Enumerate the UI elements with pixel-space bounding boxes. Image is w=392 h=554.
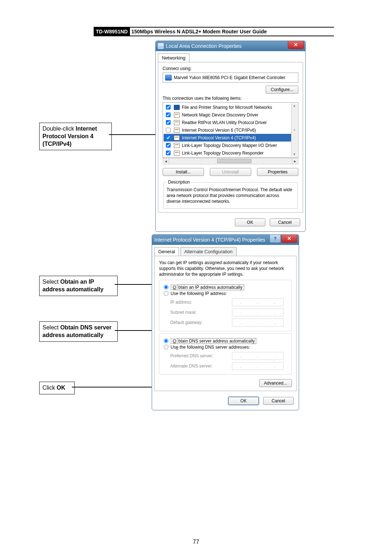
list-item[interactable]: Internet Protocol Version 4 (TCP/IPv4)	[164, 134, 291, 141]
protocol-icon	[174, 151, 180, 156]
ip-input: ...	[232, 352, 283, 360]
help-icon: ?	[274, 236, 277, 241]
doc-title: 150Mbps Wireless N ADSL2+ Modem Router U…	[131, 29, 267, 34]
default-gateway-field: Default gateway: ...	[170, 319, 287, 327]
scroll-up-icon: ▲	[293, 104, 296, 107]
cancel-button[interactable]: Cancel	[270, 218, 300, 226]
ok-button[interactable]: OK	[235, 218, 265, 226]
preferred-dns-field: Preferred DNS server: ...	[170, 352, 287, 360]
item-checkbox[interactable]	[166, 143, 171, 148]
list-item[interactable]: Network Magic Device Discovery Driver	[164, 111, 291, 119]
item-label: Network Magic Device Discovery Driver	[182, 112, 258, 118]
close-button[interactable]: ✕	[281, 234, 297, 243]
radio-obtain-ip-auto[interactable]: Obtain an IP address automatically	[164, 284, 287, 290]
item-label: Link-Layer Topology Discovery Responder	[182, 151, 264, 156]
ip-input: ...	[232, 298, 283, 306]
tabstrip: Networking	[156, 51, 305, 62]
item-label: File and Printer Sharing for Microsoft N…	[182, 105, 272, 110]
model-badge: TD-W8951ND	[94, 28, 130, 36]
intro-text: You can get IP settings assigned automat…	[159, 260, 292, 278]
help-button[interactable]: ?	[270, 234, 281, 243]
list-item[interactable]: Realtke RtlProt WLAN Utility Protocol Dr…	[164, 119, 291, 126]
item-label: Realtke RtlProt WLAN Utility Protocol Dr…	[182, 120, 267, 125]
dns-group: Obtain DNS server address automatically …	[159, 333, 292, 375]
cancel-button[interactable]: Cancel	[263, 397, 294, 405]
radio-input[interactable]	[164, 291, 168, 296]
advanced-button[interactable]: Advanced...	[259, 379, 292, 387]
protocol-icon	[174, 143, 180, 148]
description-text: Transmission Control Protocol/Internet P…	[167, 187, 294, 205]
page-number: 77	[0, 539, 392, 545]
callout-click-ok: Click OK	[39, 382, 75, 394]
item-checkbox[interactable]	[166, 135, 171, 140]
alternate-dns-field: Alternate DNS server: ...	[170, 362, 287, 370]
tab-body-general: You can get IP settings assigned automat…	[154, 256, 297, 391]
radio-use-ip[interactable]: Use the following IP address:	[164, 291, 287, 296]
connect-using-label: Connect using:	[163, 66, 298, 71]
uninstall-button[interactable]: Uninstall	[210, 168, 251, 176]
item-label: Internet Protocol Version 6 (TCP/IPv6)	[182, 128, 256, 133]
local-area-connection-dialog: Local Area Connection Properties ✕ Netwo…	[155, 41, 306, 232]
doc-header: TD-W8951ND 150Mbps Wireless N ADSL2+ Mod…	[94, 27, 334, 36]
scroll-left-icon: ◄	[163, 158, 169, 164]
callout-double-click-ipv4: Double-click Internet Protocol Version 4…	[39, 123, 112, 150]
ipv4-properties-dialog: Internet Protocol Version 4 (TCP/IPv4) P…	[152, 234, 299, 410]
tab-general[interactable]: General	[154, 247, 179, 256]
window-icon	[158, 43, 164, 49]
radio-use-dns[interactable]: Use the following DNS server addresses:	[164, 345, 287, 350]
adapter-name: Marvell Yukon 88E8056 PCI-E Gigabit Ethe…	[174, 75, 285, 80]
tabstrip: General Alternate Configuration	[152, 245, 299, 256]
install-button[interactable]: Install...	[163, 168, 204, 176]
tab-networking[interactable]: Networking	[158, 53, 189, 62]
dialog-titlebar[interactable]: Internet Protocol Version 4 (TCP/IPv4) P…	[152, 235, 299, 245]
ip-address-field: IP address: ...	[170, 298, 287, 306]
connection-items-label: This connection uses the following items…	[163, 96, 298, 101]
description-group: Description Transmission Control Protoco…	[163, 180, 298, 209]
callout-obtain-dns: Select Obtain DNS server address automat…	[39, 321, 118, 342]
ip-input: ...	[232, 319, 283, 327]
radio-input[interactable]	[164, 338, 168, 343]
ip-input: ...	[232, 362, 283, 370]
connection-items-list[interactable]: File and Printer Sharing for Microsoft N…	[163, 102, 298, 158]
item-label: Link-Layer Topology Discovery Mapper I/O…	[182, 143, 277, 148]
callout-obtain-ip: Select Obtain an IP address automaticall…	[39, 276, 118, 296]
item-checkbox[interactable]	[166, 112, 171, 117]
ip-input: ...	[232, 308, 283, 316]
protocol-icon	[174, 128, 180, 133]
scrollbar-vertical[interactable]: ▲≡▼	[291, 103, 297, 157]
protocol-icon	[174, 135, 180, 140]
item-label: Internet Protocol Version 4 (TCP/IPv4)	[182, 135, 256, 140]
item-checkbox[interactable]	[166, 128, 171, 132]
item-checkbox[interactable]	[166, 120, 171, 125]
printer-icon	[174, 105, 180, 110]
radio-input[interactable]	[164, 345, 168, 349]
configure-button[interactable]: Configure...	[266, 86, 298, 94]
ok-button[interactable]: OK	[228, 397, 259, 405]
dialog-title: Local Area Connection Properties	[166, 43, 242, 49]
close-button[interactable]: ✕	[288, 41, 304, 49]
description-legend: Description	[167, 180, 191, 185]
scroll-handle-icon: ≡	[294, 128, 295, 132]
close-icon: ✕	[294, 42, 298, 48]
item-checkbox[interactable]	[166, 151, 171, 155]
protocol-icon	[174, 112, 180, 118]
list-item[interactable]: Link-Layer Topology Discovery Mapper I/O…	[164, 141, 291, 149]
ip-address-group: Obtain an IP address automatically Use t…	[159, 280, 292, 331]
list-item[interactable]: Internet Protocol Version 6 (TCP/IPv6)	[164, 126, 291, 134]
protocol-icon	[174, 120, 180, 125]
dialog-title: Internet Protocol Version 4 (TCP/IPv4) P…	[154, 237, 265, 243]
tab-body-networking: Connect using: Marvell Yukon 88E8056 PCI…	[158, 62, 303, 213]
dialog-titlebar[interactable]: Local Area Connection Properties ✕	[156, 41, 305, 51]
adapter-field[interactable]: Marvell Yukon 88E8056 PCI-E Gigabit Ethe…	[163, 73, 298, 83]
list-item[interactable]: Link-Layer Topology Discovery Responder	[164, 149, 291, 157]
close-icon: ✕	[287, 235, 291, 241]
scrollbar-horizontal[interactable]: ◄►	[163, 158, 298, 164]
radio-input[interactable]	[164, 285, 168, 290]
item-checkbox[interactable]	[166, 105, 171, 110]
scroll-down-icon: ▼	[293, 153, 296, 156]
scroll-right-icon: ►	[292, 158, 298, 164]
list-item[interactable]: File and Printer Sharing for Microsoft N…	[164, 103, 291, 111]
tab-alternate-configuration[interactable]: Alternate Configuration	[180, 247, 237, 256]
properties-button[interactable]: Properties	[257, 168, 298, 176]
radio-obtain-dns-auto[interactable]: Obtain DNS server address automatically	[164, 338, 287, 344]
